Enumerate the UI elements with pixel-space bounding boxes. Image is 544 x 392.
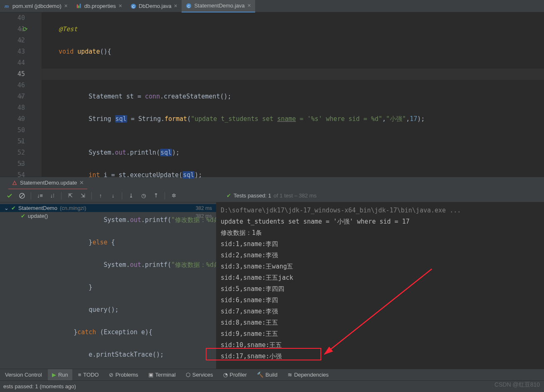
close-icon[interactable]: ✕ (118, 3, 122, 9)
sort-button[interactable]: ↓≡ (34, 190, 45, 201)
tests-status: ✔ Tests passed: 1 of 1 test – 382 ms (226, 192, 317, 199)
props-icon (76, 3, 82, 9)
svg-rect-2 (78, 5, 79, 8)
editor[interactable]: 40 41⟳⊟ 42⊟ 43 44 45 46 47⊟ 48 49⊟ 50 51… (0, 12, 544, 177)
build-button[interactable]: 🔨Build (253, 369, 282, 381)
collapse-all-button[interactable]: ⇲ (77, 190, 88, 201)
show-passed-button[interactable] (4, 190, 15, 201)
history-button[interactable]: ◷ (138, 190, 149, 201)
fold-icon[interactable]: ⊟ (20, 113, 22, 125)
tab-label: db.properties (84, 3, 116, 9)
profiler-button[interactable]: ◔Profiler (219, 369, 251, 381)
tab-statementdemo[interactable]: C StatementDemo.java ✕ (182, 0, 255, 12)
fold-icon[interactable]: ⊟ (20, 158, 22, 170)
tab-label: StatementDemo.java (194, 2, 244, 9)
check-icon: ✔ (21, 213, 25, 219)
hammer-icon: 🔨 (257, 372, 263, 378)
editor-tabs: m pom.xml (jdbcdemo) ✕ db.properties ✕ C… (0, 0, 544, 12)
next-button[interactable]: ↓ (108, 190, 118, 201)
tab-dbdemo[interactable]: C DbDemo.java ✕ (126, 0, 182, 12)
gutter: 40 41⟳⊟ 42⊟ 43 44 45 46 47⊟ 48 49⊟ 50 51… (0, 12, 42, 177)
chevron-down-icon[interactable]: ⌄ (4, 205, 9, 211)
import-button[interactable]: ⤓ (126, 190, 136, 201)
run-toolbar: ↓≡ ↓⁝ ⇱ ⇲ ↑ ↓ ⤓ ◷ ⤒ ✲ ✔ Tests passed: 1 … (0, 189, 544, 202)
close-icon[interactable]: ✕ (79, 180, 84, 186)
run-gutter-icon[interactable]: ⟳ (23, 24, 28, 35)
svg-line-9 (20, 194, 24, 197)
expand-all-button[interactable]: ⇱ (65, 190, 76, 201)
svg-rect-1 (77, 4, 78, 8)
tab-label: pom.xml (jdbcdemo) (12, 3, 62, 9)
java-class-icon: C (130, 3, 136, 9)
warning-icon: ⊘ (109, 372, 113, 378)
play-icon: ▶ (52, 372, 56, 378)
problems-button[interactable]: ⊘Problems (105, 369, 143, 381)
fold-icon[interactable]: ⊟ (20, 24, 22, 35)
terminal-button[interactable]: ▣Terminal (144, 369, 180, 381)
code-area[interactable]: @Test void update(){ try{ Statement st =… (42, 12, 544, 177)
layers-icon: ≋ (288, 372, 292, 378)
run-button[interactable]: ▶Run (48, 369, 72, 381)
svg-text:m: m (5, 3, 9, 8)
tab-pom[interactable]: m pom.xml (jdbcdemo) ✕ (0, 0, 72, 12)
tab-dbprops[interactable]: db.properties ✕ (72, 0, 126, 12)
sort2-button[interactable]: ↓⁝ (47, 190, 58, 201)
todo-button[interactable]: ≡TODO (74, 369, 103, 381)
version-control-button[interactable]: Version Control (1, 369, 46, 381)
list-icon: ≡ (78, 372, 81, 378)
console-output[interactable]: D:\software\jdk17\jdk-17_windows-x64_bin… (216, 202, 544, 377)
close-icon[interactable]: ✕ (247, 3, 251, 8)
close-icon[interactable]: ✕ (174, 3, 177, 9)
highlight-box (206, 348, 321, 360)
dependencies-button[interactable]: ≋Dependencies (283, 369, 333, 381)
svg-text:C: C (187, 4, 190, 8)
export-button[interactable]: ⤒ (150, 190, 161, 201)
services-icon: ⬡ (186, 372, 190, 378)
profiler-icon: ◔ (223, 372, 228, 378)
terminal-icon: ▣ (148, 372, 153, 378)
tab-label: DbDemo.java (139, 3, 172, 9)
close-icon[interactable]: ✕ (64, 3, 68, 9)
services-button[interactable]: ⬡Services (182, 369, 217, 381)
settings-button[interactable]: ✲ (168, 190, 179, 201)
check-icon: ✔ (226, 192, 231, 199)
tool-window-bar: Version Control ▶Run ≡TODO ⊘Problems ▣Te… (0, 369, 544, 380)
svg-rect-3 (80, 3, 81, 8)
fold-icon[interactable]: ⊟ (20, 35, 22, 46)
check-icon: ✔ (11, 205, 16, 211)
status-bar: ests passed: 1 (moments ago) (0, 380, 544, 392)
watermark: CSDN @红豆810 (495, 381, 540, 389)
prev-button[interactable]: ↑ (95, 190, 106, 201)
java-class-icon: C (186, 3, 192, 9)
fold-icon[interactable]: ⊟ (20, 136, 22, 147)
maven-icon: m (4, 3, 10, 9)
fold-icon[interactable]: ⊟ (20, 91, 22, 102)
svg-text:C: C (132, 4, 135, 8)
show-ignored-button[interactable] (17, 190, 27, 201)
